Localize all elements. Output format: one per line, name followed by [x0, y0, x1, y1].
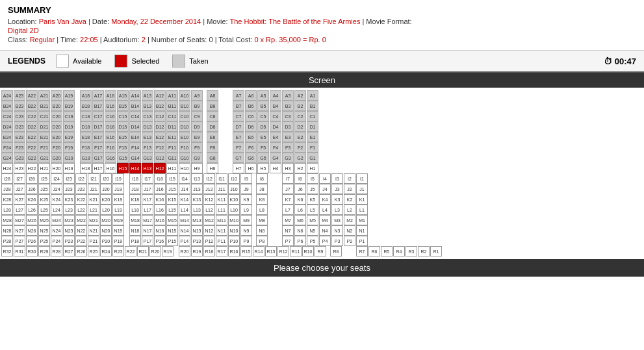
- seat-M12[interactable]: M12: [203, 215, 215, 225]
- seat-G5[interactable]: G5: [257, 153, 269, 163]
- seat-P14[interactable]: P14: [179, 236, 190, 246]
- seat-P25[interactable]: P25: [38, 236, 50, 246]
- seat-B22[interactable]: B22: [26, 101, 38, 111]
- seat-P24[interactable]: P24: [51, 236, 62, 246]
- seat-E9[interactable]: E9: [191, 132, 203, 142]
- seat-J28[interactable]: J28: [1, 184, 13, 194]
- seat-R14[interactable]: R14: [253, 246, 264, 256]
- seat-G1[interactable]: G1: [307, 153, 318, 163]
- seat-A6[interactable]: A6: [245, 90, 257, 101]
- seat-D22[interactable]: D22: [26, 121, 38, 132]
- seat-N3[interactable]: N3: [331, 225, 343, 236]
- seat-L11[interactable]: L11: [216, 205, 227, 215]
- seat-M18[interactable]: M18: [129, 215, 141, 225]
- seat-L20[interactable]: L20: [100, 205, 112, 215]
- seat-N23[interactable]: N23: [63, 225, 75, 236]
- seat-J8[interactable]: J8: [256, 184, 268, 194]
- seat-E10[interactable]: E10: [179, 132, 190, 142]
- seat-J6[interactable]: J6: [294, 184, 306, 194]
- seat-P27[interactable]: P27: [14, 236, 25, 246]
- seat-J21[interactable]: J21: [88, 184, 99, 194]
- seat-K19[interactable]: K19: [112, 194, 124, 205]
- seat-D16[interactable]: D16: [105, 121, 116, 132]
- seat-L5[interactable]: L5: [307, 205, 318, 215]
- seat-N14[interactable]: N14: [179, 225, 190, 236]
- seat-C12[interactable]: C12: [154, 111, 166, 121]
- seat-E1[interactable]: E1: [307, 132, 318, 142]
- seat-L22[interactable]: L22: [75, 205, 87, 215]
- seat-C7[interactable]: C7: [233, 111, 244, 121]
- seat-H19[interactable]: H19: [63, 163, 75, 173]
- seat-I11[interactable]: I11: [216, 173, 227, 184]
- seat-D14[interactable]: D14: [129, 121, 141, 132]
- seat-G4[interactable]: G4: [270, 153, 281, 163]
- seat-P3[interactable]: P3: [331, 236, 343, 246]
- seat-C19[interactable]: C19: [63, 111, 75, 121]
- seat-M27[interactable]: M27: [14, 215, 25, 225]
- seat-B14[interactable]: B14: [129, 101, 141, 111]
- seat-F24[interactable]: F24: [1, 142, 13, 153]
- seat-H9[interactable]: H9: [191, 163, 203, 173]
- seat-R26[interactable]: R26: [75, 246, 87, 256]
- seat-B17[interactable]: B17: [92, 101, 104, 111]
- seat-A1[interactable]: A1: [307, 90, 318, 101]
- seat-C22[interactable]: C22: [26, 111, 38, 121]
- seat-E3[interactable]: E3: [282, 132, 294, 142]
- seat-K17[interactable]: K17: [142, 194, 153, 205]
- seat-K24[interactable]: K24: [51, 194, 62, 205]
- seat-J18[interactable]: J18: [129, 184, 141, 194]
- seat-A21[interactable]: A21: [38, 90, 50, 101]
- seat-J4[interactable]: J4: [319, 184, 331, 194]
- seat-B13[interactable]: B13: [142, 101, 153, 111]
- seat-J27[interactable]: J27: [14, 184, 25, 194]
- seat-I9[interactable]: I9: [240, 173, 252, 184]
- seat-J1[interactable]: J1: [356, 184, 368, 194]
- seat-A22[interactable]: A22: [26, 90, 38, 101]
- seat-E11[interactable]: E11: [166, 132, 178, 142]
- seat-P21[interactable]: P21: [88, 236, 99, 246]
- seat-J9[interactable]: J9: [240, 184, 252, 194]
- seat-R15[interactable]: R15: [240, 246, 252, 256]
- seat-D1[interactable]: D1: [307, 121, 318, 132]
- seat-K12[interactable]: K12: [203, 194, 215, 205]
- seat-L28[interactable]: L28: [1, 205, 13, 215]
- seat-M21[interactable]: M21: [88, 215, 99, 225]
- seat-F18[interactable]: F18: [80, 142, 92, 153]
- seat-I4[interactable]: I4: [319, 173, 331, 184]
- seat-F11[interactable]: F11: [166, 142, 178, 153]
- seat-M2[interactable]: M2: [344, 215, 355, 225]
- seat-G6[interactable]: G6: [245, 153, 257, 163]
- seat-R32[interactable]: R32: [1, 246, 13, 256]
- seat-C3[interactable]: C3: [282, 111, 294, 121]
- seat-K21[interactable]: K21: [88, 194, 99, 205]
- seat-I10[interactable]: I10: [228, 173, 240, 184]
- seat-K5[interactable]: K5: [307, 194, 318, 205]
- seat-D9[interactable]: D9: [191, 121, 203, 132]
- seat-P22[interactable]: P22: [75, 236, 87, 246]
- seat-A18[interactable]: A18: [80, 90, 92, 101]
- seat-I13[interactable]: I13: [191, 173, 203, 184]
- seat-G14[interactable]: G14: [129, 153, 141, 163]
- seat-M8[interactable]: M8: [256, 215, 268, 225]
- seat-P20[interactable]: P20: [100, 236, 112, 246]
- seat-M3[interactable]: M3: [331, 215, 343, 225]
- seat-M4[interactable]: M4: [319, 215, 331, 225]
- seat-L19[interactable]: L19: [112, 205, 124, 215]
- seat-I2[interactable]: I2: [344, 173, 355, 184]
- seat-L18[interactable]: L18: [129, 205, 141, 215]
- seat-G17[interactable]: G17: [92, 153, 104, 163]
- seat-L9[interactable]: L9: [240, 205, 252, 215]
- seat-K16[interactable]: K16: [154, 194, 166, 205]
- seat-G15[interactable]: G15: [117, 153, 129, 163]
- seat-I28[interactable]: I28: [1, 173, 13, 184]
- seat-D18[interactable]: D18: [80, 121, 92, 132]
- seat-A19[interactable]: A19: [63, 90, 75, 101]
- seat-M7[interactable]: M7: [282, 215, 294, 225]
- seat-I22[interactable]: I22: [75, 173, 87, 184]
- seat-B20[interactable]: B20: [51, 101, 62, 111]
- seat-R31[interactable]: R31: [14, 246, 25, 256]
- seat-A3[interactable]: A3: [282, 90, 294, 101]
- seat-M5[interactable]: M5: [307, 215, 318, 225]
- seat-I19[interactable]: I19: [112, 173, 124, 184]
- seat-D5[interactable]: D5: [257, 121, 269, 132]
